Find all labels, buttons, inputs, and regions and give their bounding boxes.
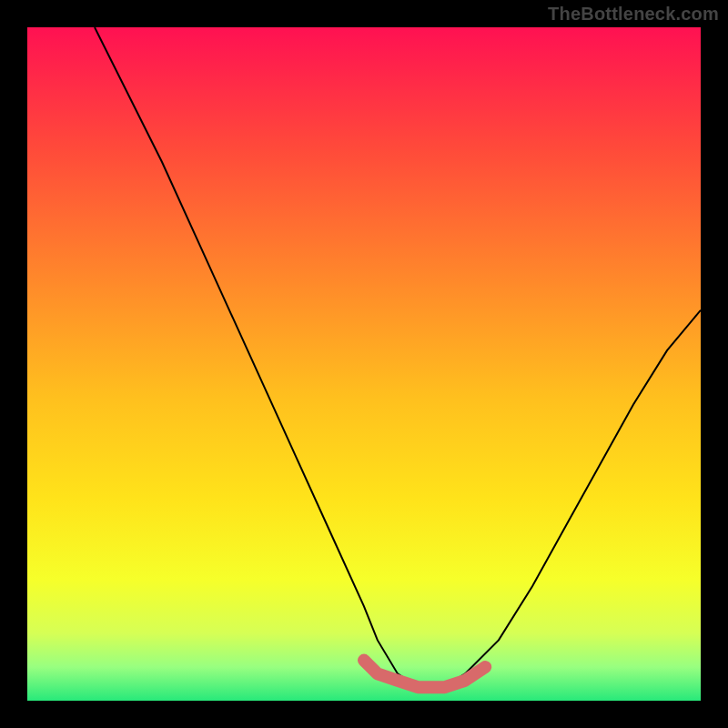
chart-plot-area <box>27 27 701 701</box>
chart-frame: TheBottleneck.com <box>0 0 728 728</box>
chart-background <box>27 27 701 701</box>
chart-svg <box>27 27 701 701</box>
watermark-text: TheBottleneck.com <box>548 4 719 25</box>
